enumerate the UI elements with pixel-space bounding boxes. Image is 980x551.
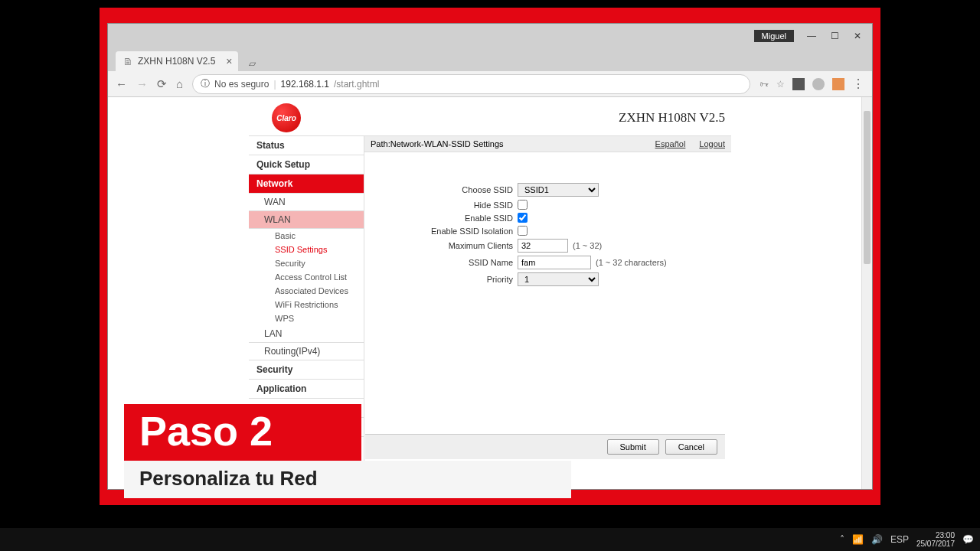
notifications-icon[interactable]: 💬 <box>962 534 974 545</box>
extension-icon-3[interactable] <box>832 78 844 90</box>
menu-quick-setup[interactable]: Quick Setup <box>249 155 364 174</box>
toolbar-right: 🗝 ☆ ⋮ <box>760 77 864 91</box>
label-ssid-name: SSID Name <box>380 258 518 267</box>
menu-network[interactable]: Network <box>249 174 364 194</box>
address-bar: ← → ⟳ ⌂ ⓘ No es seguro | 192.168.1.1/sta… <box>108 71 872 97</box>
extension-icon-1[interactable] <box>792 78 805 90</box>
input-max-clients[interactable] <box>518 239 568 253</box>
home-button[interactable]: ⌂ <box>176 77 183 90</box>
slide-caption: Paso 2 Personaliza tu Red <box>124 404 571 498</box>
maximize-button[interactable]: ☐ <box>823 27 846 45</box>
checkbox-isolation[interactable] <box>518 226 528 236</box>
tray-chevron-icon[interactable]: ˄ <box>840 534 844 545</box>
extension-icon-2[interactable] <box>812 78 825 90</box>
language-link[interactable]: Español <box>655 139 686 148</box>
security-label: No es seguro <box>214 79 269 90</box>
url-path: /start.ghtml <box>334 79 379 90</box>
window-titlebar: Miguel — ☐ ✕ <box>108 24 872 48</box>
tab-title: ZXHN H108N V2.5 <box>138 56 215 67</box>
label-enable-ssid: Enable SSID <box>380 214 518 223</box>
windows-taskbar[interactable]: ˄ 📶 🔊 ESP 23:00 25/07/2017 💬 <box>0 528 980 551</box>
system-clock[interactable]: 23:00 25/07/2017 <box>916 531 955 548</box>
wlan-wps[interactable]: WPS <box>249 311 364 325</box>
breadcrumb-bar: Path:Network-WLAN-SSID Settings Español … <box>364 136 731 152</box>
chrome-user-badge[interactable]: Miguel <box>754 30 794 42</box>
hint-max-clients: (1 ~ 32) <box>573 241 602 250</box>
back-button[interactable]: ← <box>116 77 127 90</box>
label-max-clients: Maximum Clients <box>380 241 518 250</box>
submenu-wan[interactable]: WAN <box>249 194 364 211</box>
clock-time: 23:00 <box>916 531 955 540</box>
page-icon: 🗎 <box>123 56 133 67</box>
step-subtitle: Personaliza tu Red <box>139 467 318 490</box>
scroll-thumb[interactable] <box>864 111 871 264</box>
hint-ssid-name: (1 ~ 32 characters) <box>596 258 667 267</box>
wlan-basic[interactable]: Basic <box>249 229 364 243</box>
wlan-security[interactable]: Security <box>249 256 364 270</box>
reload-button[interactable]: ⟳ <box>157 77 167 91</box>
chrome-menu-icon[interactable]: ⋮ <box>852 77 864 91</box>
breadcrumb: Path:Network-WLAN-SSID Settings <box>371 139 504 148</box>
minimize-button[interactable]: — <box>800 27 823 45</box>
router-header: Claro ZXHN H108N V2.5 <box>249 97 731 135</box>
router-title: ZXHN H108N V2.5 <box>619 110 725 126</box>
menu-security[interactable]: Security <box>249 360 364 380</box>
clock-date: 25/07/2017 <box>916 540 955 548</box>
submit-button[interactable]: Submit <box>607 439 659 455</box>
wlan-assoc[interactable]: Associated Devices <box>249 284 364 298</box>
checkbox-hide-ssid[interactable] <box>518 200 528 210</box>
close-button[interactable]: ✕ <box>846 27 869 45</box>
translate-icon[interactable]: 🗝 <box>760 79 769 90</box>
vertical-scrollbar[interactable] <box>861 97 872 489</box>
language-indicator[interactable]: ESP <box>890 534 909 545</box>
forward-button[interactable]: → <box>136 77 148 90</box>
submenu-routing[interactable]: Routing(IPv4) <box>249 343 364 360</box>
bookmark-icon[interactable]: ☆ <box>776 79 785 90</box>
claro-logo: Claro <box>272 103 301 132</box>
select-choose-ssid[interactable]: SSID1 <box>518 183 599 197</box>
input-ssid-name[interactable] <box>518 256 591 269</box>
tab-strip: 🗎 ZXHN H108N V2.5 × ▱ <box>108 48 872 71</box>
submenu-wlan[interactable]: WLAN <box>249 211 364 229</box>
wlan-ssid-settings[interactable]: SSID Settings <box>249 243 364 256</box>
ssid-form: Choose SSID SSID1 Hide SSID Enable SSID <box>364 152 731 305</box>
select-priority[interactable]: 1 <box>518 272 599 286</box>
label-isolation: Enable SSID Isolation <box>380 227 518 236</box>
wlan-acl[interactable]: Access Control List <box>249 270 364 284</box>
info-icon: ⓘ <box>201 77 210 90</box>
menu-application[interactable]: Application <box>249 380 364 399</box>
wlan-restrictions[interactable]: WiFi Restrictions <box>249 298 364 311</box>
new-tab-button[interactable]: ▱ <box>244 56 260 71</box>
label-hide-ssid: Hide SSID <box>380 201 518 210</box>
wifi-icon[interactable]: 📶 <box>852 534 864 545</box>
url-input[interactable]: ⓘ No es seguro | 192.168.1.1/start.ghtml <box>192 74 750 94</box>
step-title: Paso 2 <box>139 408 273 454</box>
menu-status[interactable]: Status <box>249 136 364 155</box>
tab-close-icon[interactable]: × <box>226 55 232 67</box>
logout-link[interactable]: Logout <box>699 139 725 148</box>
label-choose-ssid: Choose SSID <box>380 185 518 194</box>
checkbox-enable-ssid[interactable] <box>518 213 528 223</box>
label-priority: Priority <box>380 275 518 284</box>
cancel-button[interactable]: Cancel <box>665 439 717 455</box>
url-host: 192.168.1.1 <box>281 79 329 90</box>
browser-tab[interactable]: 🗎 ZXHN H108N V2.5 × <box>116 51 238 71</box>
submenu-lan[interactable]: LAN <box>249 325 364 343</box>
volume-icon[interactable]: 🔊 <box>871 534 883 545</box>
